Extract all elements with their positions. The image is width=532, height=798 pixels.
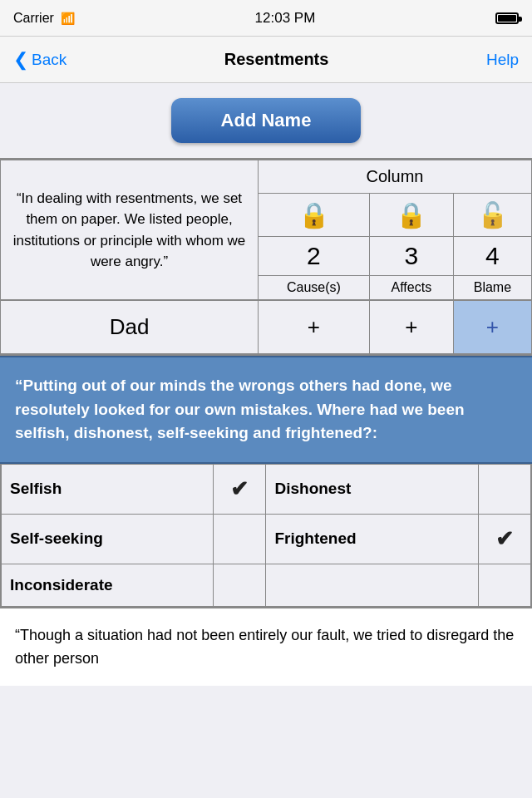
help-button[interactable]: Help [486,51,519,69]
status-bar: Carrier 📶 12:03 PM [0,0,532,37]
cb-row0-col1-label: Selfish [1,464,213,514]
back-label: Back [32,51,66,69]
checkbox-row-2: Inconsiderate [1,564,531,606]
lock-2-icon: 🔒 [298,200,329,229]
checkmark-selfish: ✔ [230,476,249,501]
lock-2-cell: 🔒 [259,194,370,237]
column-header: Column [259,160,532,194]
cb-row0-col2-check[interactable] [478,464,531,514]
cb-row1-col2-check[interactable]: ✔ [478,514,531,564]
status-time: 12:03 PM [255,10,316,27]
lock-3-icon: 🔒 [396,200,426,229]
back-button[interactable]: ❮ Back [13,49,66,71]
status-right [495,12,519,24]
bottom-quote-text: “Though a situation had not been entirel… [15,627,514,667]
checkbox-row-0: Selfish ✔ Dishonest [1,464,531,514]
col4-label: Blame [453,276,531,301]
nav-bar: ❮ Back Resentments Help [0,37,532,83]
cb-row1-col1-check[interactable] [213,514,266,564]
battery-icon [495,12,519,24]
column-label: Column [367,167,424,185]
cb-row2-col1-label: Inconsiderate [1,564,213,606]
col4-plus-cell[interactable]: + [453,300,531,354]
wifi-icon: 📶 [61,12,75,25]
lock-3-cell: 🔒 [369,194,453,237]
page-title: Resentments [224,50,329,69]
dad-name-cell: Dad [1,300,259,354]
col3-label: Affects [369,276,453,301]
lock-4-icon: 🔓 [477,200,508,229]
column-header-row: “In dealing with resentments, we set the… [1,160,532,194]
add-name-button[interactable]: Add Name [171,98,362,143]
dad-row: Dad + + + [1,300,532,354]
header-table: “In dealing with resentments, we set the… [0,160,532,354]
checkmark-frightened: ✔ [495,526,514,551]
carrier-label: Carrier [13,11,54,26]
col4-num: 4 [453,237,531,276]
col2-label: Cause(s) [259,276,370,301]
quote-text: “In dealing with resentments, we set the… [13,190,246,270]
col3-num: 3 [369,237,453,276]
add-name-section: Add Name [0,83,532,158]
cb-row0-col1-check[interactable]: ✔ [213,464,266,514]
cb-row2-col2-label [266,564,478,606]
checkbox-row-1: Self-seeking Frightened ✔ [1,514,531,564]
big-quote-text: “Putting out of our minds the wrongs oth… [15,377,465,441]
big-quote-block: “Putting out of our minds the wrongs oth… [0,356,532,464]
col3-plus-cell[interactable]: + [369,300,453,354]
cb-row0-col2-label: Dishonest [266,464,478,514]
col2-num: 2 [259,237,370,276]
col2-plus-cell[interactable]: + [259,300,370,354]
status-left: Carrier 📶 [13,11,75,26]
bottom-quote-block: “Though a situation had not been entirel… [0,607,532,687]
back-chevron-icon: ❮ [13,49,28,71]
quote-cell: “In dealing with resentments, we set the… [1,160,259,301]
cb-row1-col1-label: Self-seeking [1,514,213,564]
cb-row2-col2-check[interactable] [478,564,531,606]
lock-4-cell: 🔓 [453,194,531,237]
cb-row2-col1-check[interactable] [213,564,266,606]
cb-row1-col2-label: Frightened [266,514,478,564]
header-table-section: “In dealing with resentments, we set the… [0,158,532,356]
checkbox-table: Selfish ✔ Dishonest Self-seeking Frighte… [0,464,532,607]
